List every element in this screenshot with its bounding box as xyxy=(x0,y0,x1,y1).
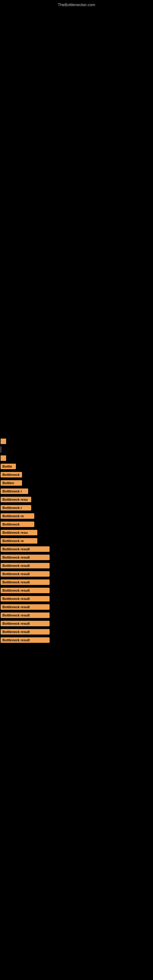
result-badge-15: Bottleneck result xyxy=(1,579,49,585)
result-item: Bottleneck result xyxy=(1,587,153,593)
result-item: Bottleneck result xyxy=(1,563,153,568)
result-item: Bottleneck re xyxy=(1,513,153,519)
result-item: Bottleneck result xyxy=(1,604,153,610)
result-item: Bottleneck result xyxy=(1,596,153,601)
result-item: Bottleneck result xyxy=(1,629,153,635)
result-badge-8: Bottleneck xyxy=(1,522,34,527)
result-item: Bottleneck result xyxy=(1,612,153,618)
result-item: Bottleneck resu xyxy=(1,496,153,502)
result-item-indicator-1 xyxy=(1,438,153,444)
result-item: Bottlen xyxy=(1,480,153,486)
vertical-line-1 xyxy=(1,447,1,453)
page-wrapper: TheBottlenecker.com Bottle Bottleneck Bo… xyxy=(0,0,153,980)
result-badge-19: Bottleneck result xyxy=(1,612,49,618)
result-item-line xyxy=(1,447,153,453)
result-badge-16: Bottleneck result xyxy=(1,588,49,593)
result-item: Bottleneck result xyxy=(1,546,153,552)
result-item: Bottleneck re xyxy=(1,538,153,544)
result-item: Bottleneck result xyxy=(1,637,153,643)
result-item: Bottleneck xyxy=(1,472,153,477)
result-item: Bottle xyxy=(1,463,153,469)
site-title: TheBottlenecker.com xyxy=(0,0,153,7)
result-item: Bottleneck resu xyxy=(1,530,153,535)
result-item: Bottleneck r xyxy=(1,505,153,511)
result-item: Bottleneck result xyxy=(1,554,153,560)
result-badge-11: Bottleneck result xyxy=(1,546,49,552)
result-badge-18: Bottleneck result xyxy=(1,604,49,610)
result-badge-13: Bottleneck result xyxy=(1,563,49,568)
result-badge-14: Bottleneck result xyxy=(1,571,49,577)
result-badge-22: Bottleneck result xyxy=(1,637,49,643)
result-item: Bottleneck result xyxy=(1,571,153,577)
orange-block-1 xyxy=(1,439,6,444)
result-badge-6: Bottleneck r xyxy=(1,505,31,511)
result-badge-17: Bottleneck result xyxy=(1,596,49,601)
results-section: Bottle Bottleneck Bottlen Bottleneck r B… xyxy=(0,438,153,643)
result-badge-21: Bottleneck result xyxy=(1,629,49,635)
result-item-indicator-2 xyxy=(1,455,153,461)
result-item: Bottleneck xyxy=(1,521,153,527)
result-badge-7: Bottleneck re xyxy=(1,513,34,519)
result-badge-10: Bottleneck re xyxy=(1,538,37,544)
result-badge-4: Bottleneck r xyxy=(1,488,28,494)
chart-area xyxy=(0,7,153,436)
result-badge-12: Bottleneck result xyxy=(1,555,49,560)
result-badge-1: Bottle xyxy=(1,464,16,469)
result-badge-20: Bottleneck result xyxy=(1,621,49,626)
result-badge-9: Bottleneck resu xyxy=(1,530,37,535)
orange-block-2 xyxy=(1,455,6,461)
result-badge-2: Bottleneck xyxy=(1,472,22,477)
result-item: Bottleneck result xyxy=(1,620,153,626)
result-badge-3: Bottlen xyxy=(1,480,22,486)
result-item: Bottleneck r xyxy=(1,488,153,494)
result-item: Bottleneck result xyxy=(1,579,153,585)
result-badge-5: Bottleneck resu xyxy=(1,497,31,502)
